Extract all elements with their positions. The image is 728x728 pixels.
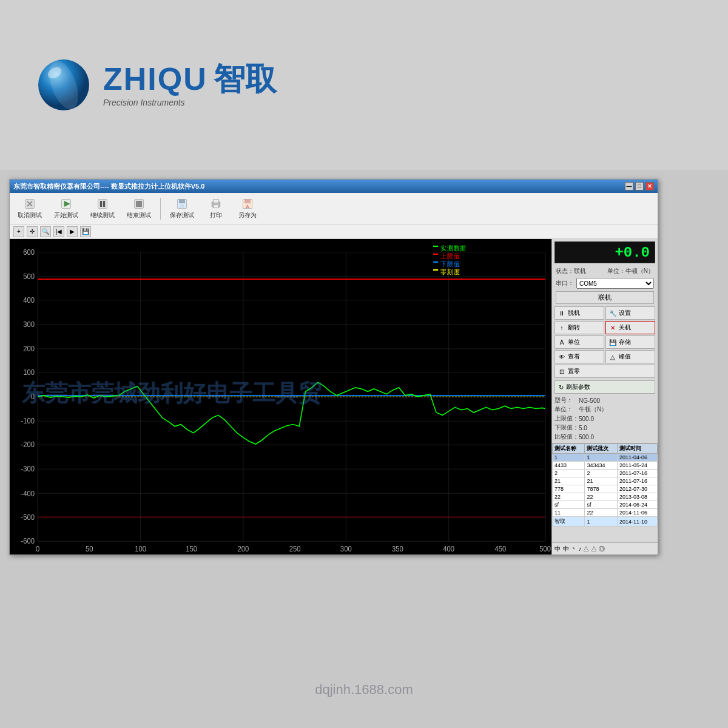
svg-text:-200: -200 (21, 440, 35, 448)
minimize-button[interactable]: — (625, 182, 633, 190)
svg-rect-12 (136, 201, 142, 207)
row-name: 1 (553, 454, 585, 462)
row-time: 2014-11-06 (617, 509, 657, 517)
table-row[interactable]: 22222013-03-08 (553, 493, 658, 501)
row-name: 4433 (553, 462, 585, 470)
refresh-icon: ↻ (559, 384, 564, 391)
svg-text:500: 500 (23, 272, 35, 280)
pause-button[interactable]: ⏸ 脱机 (554, 306, 604, 320)
secondary-toolbar: + ✛ 🔍 |◀ ▶ 💾 (10, 224, 658, 239)
svg-text:200: 200 (23, 345, 35, 352)
main-content: 600 500 400 300 200 100 0 -100 -200 -300… (10, 239, 658, 554)
serial-select[interactable]: COM5 COM1 COM2 COM3 COM4 (576, 278, 654, 289)
svg-rect-75 (433, 261, 438, 263)
upper-value: 500.0 (579, 416, 655, 422)
save-as-button[interactable]: A 另存为 (232, 195, 263, 222)
svg-text:100: 100 (135, 544, 146, 552)
table-row[interactable]: sfsf2014-06-24 (553, 501, 658, 509)
row-batch: sf (585, 501, 617, 509)
unit-param-value: 牛顿（N） (579, 405, 655, 414)
lower-label: 下限值： (554, 423, 579, 432)
peak-icon: △ (608, 352, 617, 361)
lower-value: 5.0 (579, 425, 655, 431)
print-icon (209, 198, 223, 210)
peak-button[interactable]: △ 峰值 (605, 350, 655, 363)
row-time: 2011-05-24 (617, 462, 657, 470)
table-row[interactable]: 222011-07-16 (553, 470, 658, 477)
title-bar-text: 东莞市智取精密仪器有限公司---- 数显式推拉力计上位机软件V5.0 (13, 182, 204, 191)
table-row[interactable]: 11222014-11-06 (553, 509, 658, 517)
row-time: 2014-06-24 (617, 501, 657, 509)
table-row[interactable]: 112011-04-06 (553, 454, 658, 462)
save-test-button[interactable]: 保存测试 (164, 195, 200, 222)
svg-text:-500: -500 (21, 513, 35, 521)
print-button[interactable]: 打印 (201, 195, 231, 222)
unit-label: 单位：牛顿（N） (607, 267, 654, 275)
status-label: 状态：联机 (556, 267, 586, 275)
svg-text:零刻度: 零刻度 (440, 268, 460, 275)
svg-text:300: 300 (23, 320, 35, 328)
zoom-out-button[interactable]: 🔍 (40, 226, 51, 237)
app-window: 东莞市智取精密仪器有限公司---- 数显式推拉力计上位机软件V5.0 — □ ✕… (9, 179, 658, 555)
stop-icon (132, 198, 146, 210)
table-row[interactable]: 智取12014-11-10 (553, 517, 658, 527)
svg-text:上限值: 上限值 (440, 252, 460, 260)
row-batch: 1 (585, 517, 617, 527)
svg-rect-71 (433, 246, 438, 247)
settings-button[interactable]: 🔧 设置 (605, 306, 655, 320)
table-row[interactable]: 21212011-07-16 (553, 477, 658, 485)
shutdown-button[interactable]: ✕ 关机 (605, 321, 655, 334)
col-name: 测试名称 (553, 444, 585, 454)
view-icon: 👁 (558, 352, 566, 361)
svg-text:150: 150 (186, 544, 197, 552)
store-button[interactable]: 💾 存储 (605, 335, 655, 349)
save-small-button[interactable]: 💾 (80, 226, 91, 237)
chart-area: 600 500 400 300 200 100 0 -100 -200 -300… (10, 239, 551, 554)
title-bar: 东莞市智取精密仪器有限公司---- 数显式推拉力计上位机软件V5.0 — □ ✕ (10, 180, 658, 193)
prev-button[interactable]: |◀ (53, 226, 64, 237)
row-time: 2014-11-10 (617, 517, 657, 527)
svg-text:300: 300 (340, 544, 352, 552)
zoom-in-button[interactable]: + (13, 226, 24, 237)
save-as-icon: A (240, 198, 255, 210)
cancel-test-button[interactable]: 取消测试 (12, 195, 47, 222)
logo-icon (36, 58, 91, 112)
col-batch: 测试批次 (585, 444, 617, 454)
svg-text:350: 350 (392, 544, 403, 552)
end-test-button[interactable]: 结束测试 (121, 195, 157, 222)
svg-text:50: 50 (86, 544, 93, 552)
play-button2[interactable]: ▶ (67, 226, 78, 237)
maximize-button[interactable]: □ (635, 182, 644, 190)
play-icon (59, 198, 73, 210)
row-time: 2013-03-08 (617, 493, 657, 501)
svg-rect-14 (179, 199, 185, 203)
refresh-button[interactable]: ↻ 刷新参数 (554, 380, 655, 394)
view-button[interactable]: 👁 查看 (554, 350, 604, 363)
data-table: 测试名称 测试批次 测试时间 112011-04-064433343434201… (552, 443, 658, 527)
unit-icon: A (558, 338, 566, 346)
close-button[interactable]: ✕ (645, 182, 654, 190)
serial-label: 串口： (556, 279, 574, 288)
unit-button[interactable]: A 单位 (554, 335, 604, 349)
site-watermark: dqjinh.1688.com (0, 682, 728, 698)
svg-text:400: 400 (23, 296, 35, 304)
unit-row: 单位： 牛顿（N） (554, 405, 655, 414)
row-time: 2011-07-16 (617, 477, 657, 485)
row-batch: 21 (585, 477, 617, 485)
table-row[interactable]: 44333434342011-05-24 (553, 462, 658, 470)
connect-button[interactable]: 联机 (556, 291, 654, 304)
zero-button[interactable]: ⊡ 置零 (554, 365, 655, 378)
model-row: 型号： NG-500 (554, 396, 655, 405)
main-toolbar: 取消测试 开始测试 继续测试 结束测试 (10, 193, 658, 224)
continue-test-button[interactable]: 继续测试 (85, 195, 120, 222)
flip-button[interactable]: ↑ 翻转 (554, 321, 604, 334)
settings-icon: 🔧 (608, 309, 617, 317)
status-bar-extras: 中 丶 ♪ △ △ ◎ (563, 545, 605, 553)
start-test-button[interactable]: 开始测试 (49, 195, 84, 222)
svg-rect-8 (98, 199, 107, 208)
title-bar-buttons: — □ ✕ (625, 182, 654, 190)
crosshair-button[interactable]: ✛ (27, 226, 38, 237)
row-name: 11 (553, 509, 585, 517)
model-label: 型号： (554, 396, 579, 405)
table-row[interactable]: 77878782012-07-30 (553, 485, 658, 493)
